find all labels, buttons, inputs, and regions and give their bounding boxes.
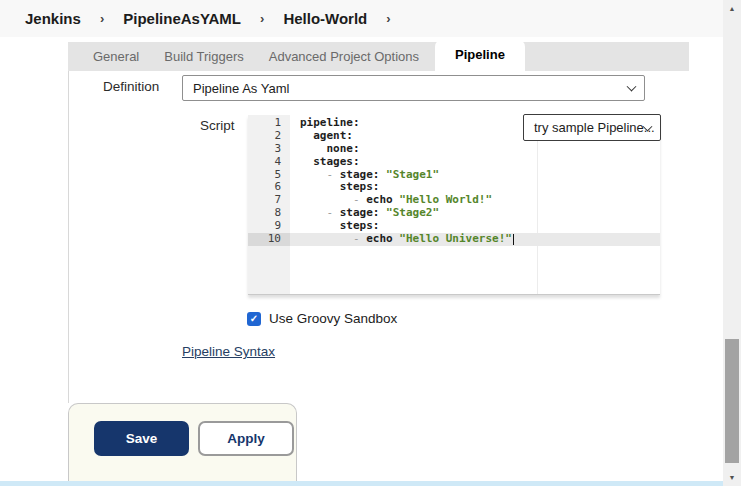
config-tabbar: General Build Triggers Advanced Project … xyxy=(68,42,689,71)
line-number: 5 xyxy=(248,169,290,182)
code-token xyxy=(300,193,353,206)
code-token: steps: xyxy=(340,219,380,232)
code-token: echo xyxy=(366,193,399,206)
code-token xyxy=(300,142,327,155)
line-number: 4 xyxy=(248,156,290,169)
footer-strip xyxy=(0,481,723,486)
line-number: 7 xyxy=(248,194,290,207)
scroll-up-icon[interactable]: ▲ xyxy=(723,5,741,12)
code-token: stage: xyxy=(340,206,386,219)
code-token: steps: xyxy=(340,180,380,193)
code-token: - xyxy=(353,193,366,206)
code-token: - xyxy=(327,206,340,219)
definition-label: Definition xyxy=(103,79,159,94)
code-token: none: xyxy=(327,142,360,155)
code-token xyxy=(300,129,313,142)
code-token xyxy=(300,232,353,245)
code-token xyxy=(300,206,327,219)
code-token: - xyxy=(353,232,366,245)
tab-build-triggers[interactable]: Build Triggers xyxy=(164,49,243,64)
tab-advanced-project-options[interactable]: Advanced Project Options xyxy=(269,49,419,64)
code-token: stage: xyxy=(340,168,386,181)
scrollbar[interactable]: ▲ ▼ xyxy=(723,0,741,486)
code-token xyxy=(300,219,340,232)
breadcrumb-caret-icon: › xyxy=(260,11,264,26)
save-button[interactable]: Save xyxy=(94,421,189,456)
panel-left-border xyxy=(68,71,69,403)
line-number: 10 xyxy=(248,233,290,246)
code-token xyxy=(300,155,313,168)
pipeline-syntax-link[interactable]: Pipeline Syntax xyxy=(182,344,275,359)
code-token: pipeline: xyxy=(300,116,360,129)
check-icon: ✓ xyxy=(250,314,258,324)
code-token: "Stage2" xyxy=(386,206,439,219)
line-number: 3 xyxy=(248,143,290,156)
scrollbar-thumb[interactable] xyxy=(725,339,739,463)
code-token: "Stage1" xyxy=(386,168,439,181)
text-cursor xyxy=(513,234,514,245)
code-token: stages: xyxy=(313,155,359,168)
code-token: "Hello World!" xyxy=(399,193,492,206)
code-token: "Hello Universe!" xyxy=(399,232,512,245)
line-number: 8 xyxy=(248,207,290,220)
jenkins-pipeline-config-page: Jenkins › PipelineAsYAML › Hello-World ›… xyxy=(0,0,741,486)
code-token xyxy=(300,180,340,193)
tab-pipeline[interactable]: Pipeline xyxy=(435,38,525,71)
scroll-down-icon[interactable]: ▼ xyxy=(723,474,741,481)
line-number: 6 xyxy=(248,181,290,194)
definition-select[interactable]: Pipeline As Yaml xyxy=(182,75,645,101)
chevron-down-icon xyxy=(627,82,637,92)
groovy-sandbox-checkbox[interactable]: ✓ xyxy=(247,312,261,326)
line-number: 1 xyxy=(248,117,290,130)
breadcrumb-item-hello-world[interactable]: Hello-World xyxy=(283,10,367,27)
breadcrumb: Jenkins › PipelineAsYAML › Hello-World › xyxy=(0,0,723,37)
breadcrumb-caret-icon: › xyxy=(386,11,390,26)
breadcrumb-item-jenkins[interactable]: Jenkins xyxy=(25,10,81,27)
apply-button[interactable]: Apply xyxy=(198,421,294,456)
code-token: echo xyxy=(366,232,399,245)
groovy-sandbox-row: ✓ Use Groovy Sandbox xyxy=(247,311,397,326)
script-label: Script xyxy=(200,118,235,133)
code-token: agent: xyxy=(313,129,353,142)
line-number: 2 xyxy=(248,130,290,143)
definition-select-value: Pipeline As Yaml xyxy=(193,81,289,96)
sample-pipeline-select[interactable]: try sample Pipeline... xyxy=(523,114,661,141)
code-line-active[interactable]: 10 - echo "Hello Universe!" xyxy=(248,233,660,246)
sample-pipeline-select-value: try sample Pipeline... xyxy=(534,120,655,135)
code-token: - xyxy=(327,168,340,181)
script-editor[interactable]: 1 pipeline: 2 agent: 3 none: 4 stages: 5… xyxy=(248,115,660,295)
code-token xyxy=(300,168,327,181)
tab-general[interactable]: General xyxy=(93,49,139,64)
breadcrumb-caret-icon: › xyxy=(100,11,104,26)
breadcrumb-item-pipelineasyaml[interactable]: PipelineAsYAML xyxy=(123,10,241,27)
bottom-app-bar: Save Apply xyxy=(68,403,297,481)
groovy-sandbox-label: Use Groovy Sandbox xyxy=(269,311,397,326)
